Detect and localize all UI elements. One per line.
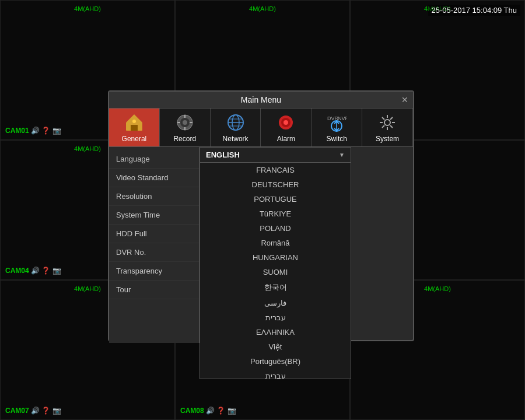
sidebar-item-dvr-no[interactable]: DVR No.	[109, 243, 199, 262]
tab-network[interactable]: Network	[211, 108, 261, 146]
svg-point-3	[132, 120, 136, 123]
sidebar-item-language[interactable]: Language	[109, 150, 199, 169]
lang-item-hebrew2[interactable]: עברית	[200, 369, 351, 379]
cam-label-8: CAM08 🔊 ❓ 📷	[180, 407, 236, 415]
cam-ahd-2: 4M(AHD)	[249, 5, 276, 12]
tab-system-label: System	[376, 135, 399, 143]
tab-alarm[interactable]: Alarm	[261, 108, 312, 146]
lang-item-portugue[interactable]: PORTUGUE	[200, 192, 351, 206]
system-icon	[377, 112, 398, 133]
datetime-display: 25-05-2017 15:04:09 Thu	[428, 5, 521, 16]
tab-network-label: Network	[223, 135, 249, 143]
svg-point-18	[284, 120, 288, 125]
lang-item-turkiye[interactable]: TüRKIYE	[200, 206, 351, 221]
tab-switch[interactable]: DVR NVR Switch	[312, 108, 362, 146]
tab-alarm-label: Alarm	[277, 135, 295, 143]
language-selected-value: ENGLISH	[206, 150, 240, 159]
tab-general-label: General	[122, 135, 147, 143]
cam-ahd-1: 4M(AHD)	[74, 5, 101, 12]
network-icon	[225, 112, 246, 133]
sidebar-item-tour[interactable]: Tour	[109, 281, 199, 299]
cam-icons-1: 🔊 ❓ 📷	[31, 127, 61, 135]
sidebar: Language Video Standard Resolution Syste…	[109, 147, 200, 343]
svg-text:NVR: NVR	[338, 116, 347, 121]
svg-line-30	[390, 117, 393, 120]
sidebar-item-resolution[interactable]: Resolution	[109, 187, 199, 206]
cam-label-4: CAM04 🔊 ❓ 📷	[5, 267, 61, 275]
lang-item-farsi[interactable]: فارسی	[200, 296, 351, 310]
tab-bar: General Record	[109, 108, 413, 147]
modal-title-bar: Main Menu ✕	[109, 92, 413, 108]
record-icon	[174, 112, 195, 133]
lang-item-korean[interactable]: 한국어	[200, 279, 351, 296]
cam-icons-7: 🔊 ❓ 📷	[31, 407, 61, 415]
svg-rect-2	[131, 125, 138, 131]
cam-label-7: CAM07 🔊 ❓ 📷	[5, 407, 61, 415]
main-menu-modal: Main Menu ✕ General	[108, 90, 414, 341]
language-dropdown[interactable]: ENGLISH ▼ FRANCAIS DEUTSCHER PORTUGUE Tü…	[200, 147, 351, 379]
svg-point-23	[384, 120, 390, 125]
lang-item-deutscher[interactable]: DEUTSCHER	[200, 177, 351, 192]
dropdown-arrow-icon: ▼	[339, 152, 345, 158]
lang-item-portugues-br[interactable]: Português(BR)	[200, 354, 351, 369]
lang-item-greek[interactable]: ΕΛΛΗΝΙΚΑ	[200, 325, 351, 340]
language-list[interactable]: FRANCAIS DEUTSCHER PORTUGUE TüRKIYE POLA…	[200, 163, 351, 379]
lang-item-viet[interactable]: Việt	[200, 340, 351, 354]
switch-icon: DVR NVR	[326, 112, 347, 133]
sidebar-item-transparency[interactable]: Transparency	[109, 262, 199, 281]
lang-item-poland[interactable]: POLAND	[200, 221, 351, 236]
lang-item-suomi[interactable]: SUOMI	[200, 265, 351, 279]
lang-item-hebrew[interactable]: עברית	[200, 310, 351, 325]
tab-switch-label: Switch	[327, 135, 347, 143]
right-panel: ENGLISH ▼ FRANCAIS DEUTSCHER PORTUGUE Tü…	[200, 147, 413, 343]
sidebar-item-video-standard[interactable]: Video Standard	[109, 169, 199, 187]
cam-icons-8: 🔊 ❓ 📷	[206, 407, 236, 415]
lang-item-hungarian[interactable]: HUNGARIAN	[200, 250, 351, 265]
svg-line-31	[382, 125, 384, 128]
lang-item-francais[interactable]: FRANCAIS	[200, 163, 351, 177]
cam-ahd-4: 4M(AHD)	[74, 145, 101, 152]
cam-ahd-9: 4M(AHD)	[424, 285, 451, 292]
svg-line-29	[390, 125, 393, 128]
lang-item-romana[interactable]: Română	[200, 236, 351, 250]
cam-icons-4: 🔊 ❓ 📷	[31, 267, 61, 275]
cam-label-1: CAM01 🔊 ❓ 📷	[5, 127, 61, 135]
language-dropdown-header[interactable]: ENGLISH ▼	[200, 148, 351, 163]
tab-general[interactable]: General	[109, 108, 160, 146]
sidebar-item-hdd-full[interactable]: HDD Full	[109, 225, 199, 243]
modal-content: Language Video Standard Resolution Syste…	[109, 147, 413, 343]
tab-record[interactable]: Record	[160, 108, 211, 146]
modal-close-button[interactable]: ✕	[401, 95, 408, 104]
tab-record-label: Record	[173, 135, 196, 143]
sidebar-item-system-time[interactable]: System Time	[109, 206, 199, 225]
alarm-icon	[275, 112, 296, 133]
tab-system[interactable]: System	[362, 108, 413, 146]
cam-ahd-7: 4M(AHD)	[74, 285, 101, 292]
svg-line-28	[382, 117, 384, 120]
svg-point-6	[183, 120, 187, 125]
modal-title-text: Main Menu	[241, 95, 281, 104]
general-icon	[124, 112, 145, 133]
